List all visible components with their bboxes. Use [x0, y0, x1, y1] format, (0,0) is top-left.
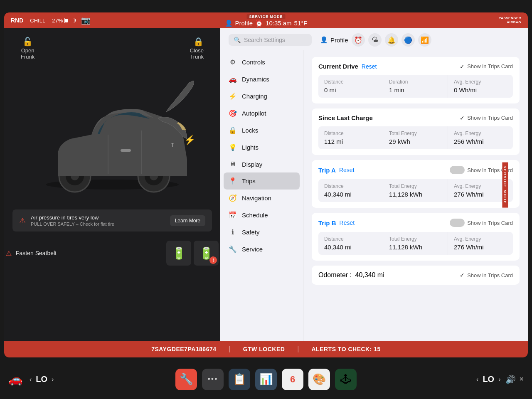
- trip-a-stats: Distance 40,340 mi Total Energy 11,128 k…: [318, 179, 513, 202]
- trip-a-total-energy: Total Energy 11,128 kWh: [383, 179, 448, 202]
- header-profile-icon: 👤: [320, 36, 328, 44]
- autopilot-label: Autopilot: [242, 110, 266, 117]
- data-app-button[interactable]: 📊: [255, 369, 277, 390]
- odometer-show-trips[interactable]: ✓ Show in Trips Card: [460, 272, 513, 278]
- gtw-status: GTW LOCKED: [243, 346, 285, 352]
- current-drive-show-trips[interactable]: ✓ Show in Trips Card: [460, 63, 513, 70]
- safety-label: Safety: [242, 229, 260, 236]
- header-profile[interactable]: 👤 Profile: [320, 36, 348, 44]
- top-bar-profile[interactable]: 👤 Profile ⏰ 10:35 am 51°F: [225, 20, 308, 27]
- wrench-icon: 🔧: [180, 373, 193, 386]
- nav-trips[interactable]: 📍 Trips: [224, 172, 300, 190]
- battery-pct: 27%: [52, 17, 63, 24]
- settings-body: ⚙ Controls 🚗 Dynamics ⚡ Charging 🎯 Autop…: [220, 50, 528, 341]
- since-last-charge-section: Since Last Charge ✓ Show in Trips Card D…: [312, 108, 520, 155]
- color-app-button[interactable]: 🎨: [308, 369, 330, 390]
- nav-controls[interactable]: ⚙ Controls: [220, 54, 303, 71]
- close-trunk-label: Close: [190, 47, 204, 54]
- taskbar-left-next[interactable]: ›: [52, 376, 54, 383]
- odometer-row: Odometer : 40,340 mi ✓ Show in Trips Car…: [312, 266, 520, 285]
- clock-button[interactable]: ⏰: [352, 33, 365, 47]
- notes-app-button[interactable]: 📋: [229, 369, 250, 390]
- bluetooth-button[interactable]: 🔵: [401, 33, 415, 47]
- nav-display[interactable]: 🖥 Display: [220, 156, 303, 172]
- trip-a-distance: Distance 40,340 mi: [318, 179, 383, 202]
- current-drive-reset-button[interactable]: Reset: [362, 63, 377, 70]
- trips-icon: 📍: [229, 177, 237, 185]
- autopilot-icon: 🎯: [229, 109, 237, 117]
- more-app-button[interactable]: •••: [202, 369, 224, 390]
- wrench-app-button[interactable]: 🔧: [175, 369, 197, 390]
- taskbar-right-next[interactable]: ›: [498, 376, 500, 383]
- open-frunk-button[interactable]: 🔓 Open Frunk: [21, 37, 34, 60]
- slc-energy-label: Total Energy: [389, 131, 442, 136]
- top-bar-left: RND CHILL 27% 📷: [11, 16, 90, 25]
- nav-service[interactable]: 🔧 Service: [220, 241, 303, 258]
- camera-icon: 📷: [81, 16, 90, 25]
- tire-warning-icon: ⚠: [19, 216, 26, 225]
- tire-pressure-alert: ⚠ Air pressure in tires very low PULL OV…: [4, 205, 220, 236]
- close-trunk-button[interactable]: 🔒 Close Trunk: [190, 37, 204, 60]
- search-bar[interactable]: 🔍 Search Settings: [229, 34, 312, 46]
- nav-dynamics[interactable]: 🚗 Dynamics: [220, 71, 303, 88]
- slc-distance-label: Distance: [324, 131, 377, 136]
- red-badge: !: [209, 256, 217, 264]
- trip-a-distance-label: Distance: [324, 183, 377, 189]
- safety-icon: ℹ: [229, 228, 237, 236]
- nav-schedule[interactable]: 📅 Schedule: [220, 207, 303, 224]
- trip-a-energy-value: 11,128 kWh: [389, 191, 442, 198]
- main-content: 🔓 Open Frunk 🔒 Close Trunk: [4, 28, 528, 341]
- search-icon: 🔍: [234, 37, 241, 43]
- current-drive-duration: Duration 1 min: [383, 75, 448, 98]
- lights-icon: 💡: [229, 143, 237, 151]
- header-profile-label: Profile: [330, 37, 348, 44]
- gear-label: RND: [11, 17, 23, 24]
- nav-lights[interactable]: 💡 Lights: [220, 139, 303, 156]
- trip-b-avg-energy: Avg. Energy 276 Wh/mi: [448, 232, 513, 255]
- trip-a-title: Trip A: [318, 167, 336, 174]
- since-last-charge-show-trips[interactable]: ✓ Show in Trips Card: [460, 115, 513, 121]
- calendar-app-button[interactable]: 6: [282, 369, 303, 390]
- game-app-button[interactable]: 🕹: [335, 369, 357, 390]
- taskbar-right-prev[interactable]: ‹: [476, 376, 478, 383]
- trip-a-reset-button[interactable]: Reset: [339, 167, 355, 173]
- svg-text:T: T: [171, 142, 175, 148]
- trip-a-section: Trip A Reset Show in Trips Card Distance: [312, 160, 520, 208]
- slc-energy-value: 29 kWh: [389, 138, 442, 145]
- trunk-word-label: Trunk: [190, 54, 204, 60]
- trip-b-toggle[interactable]: [450, 219, 465, 227]
- bell-button[interactable]: 🔔: [385, 33, 398, 47]
- nav-locks[interactable]: 🔒 Locks: [220, 122, 303, 139]
- slc-total-energy: Total Energy 29 kWh: [383, 126, 448, 149]
- header-icons: 👤 Profile ⏰ 🌤 🔔 🔵 📶: [320, 33, 431, 47]
- trip-b-reset-button[interactable]: Reset: [340, 219, 355, 226]
- volume-control[interactable]: 🔊 ×: [505, 374, 524, 384]
- current-drive-distance: Distance 0 mi: [318, 75, 383, 98]
- sun-button[interactable]: 🌤: [368, 33, 382, 47]
- charge-box-1: 🔋: [166, 241, 191, 266]
- lights-label: Lights: [242, 144, 259, 151]
- trip-b-avg-value: 276 Wh/mi: [454, 244, 507, 251]
- trip-b-show-trips[interactable]: Show in Trips Card: [450, 219, 513, 227]
- trip-a-avg-label: Avg. Energy: [454, 183, 507, 189]
- top-bar: RND CHILL 27% 📷 SERVICE MODE 👤 Profile ⏰…: [4, 12, 528, 28]
- trip-a-toggle[interactable]: [450, 166, 465, 174]
- clock-icon: ⏰: [255, 20, 263, 27]
- taskbar-center: 🔧 ••• 📋 📊 6 🎨 🕹: [175, 369, 357, 390]
- trips-content: Current Drive Reset ✓ Show in Trips Card…: [303, 50, 528, 341]
- charge-box-2: 🔋 !: [194, 241, 219, 266]
- passenger-airbag-indicator: PASSENGER AIRBAG: [499, 16, 521, 24]
- current-drive-duration-value: 1 min: [389, 86, 442, 94]
- nav-autopilot[interactable]: 🎯 Autopilot: [220, 105, 303, 122]
- nav-safety[interactable]: ℹ Safety: [220, 224, 303, 241]
- nav-navigation[interactable]: 🧭 Navigation: [220, 190, 303, 207]
- calendar-icon: 6: [290, 374, 295, 385]
- dynamics-label: Dynamics: [242, 76, 269, 83]
- taskbar-left-prev[interactable]: ‹: [30, 376, 32, 383]
- slc-distance: Distance 112 mi: [318, 126, 383, 149]
- learn-more-button[interactable]: Learn More: [170, 215, 205, 226]
- nav-charging[interactable]: ⚡ Charging: [220, 88, 303, 105]
- left-panel: 🔓 Open Frunk 🔒 Close Trunk: [4, 28, 220, 341]
- since-last-charge-check-icon: ✓: [460, 115, 465, 121]
- signal-button[interactable]: 📶: [418, 33, 431, 47]
